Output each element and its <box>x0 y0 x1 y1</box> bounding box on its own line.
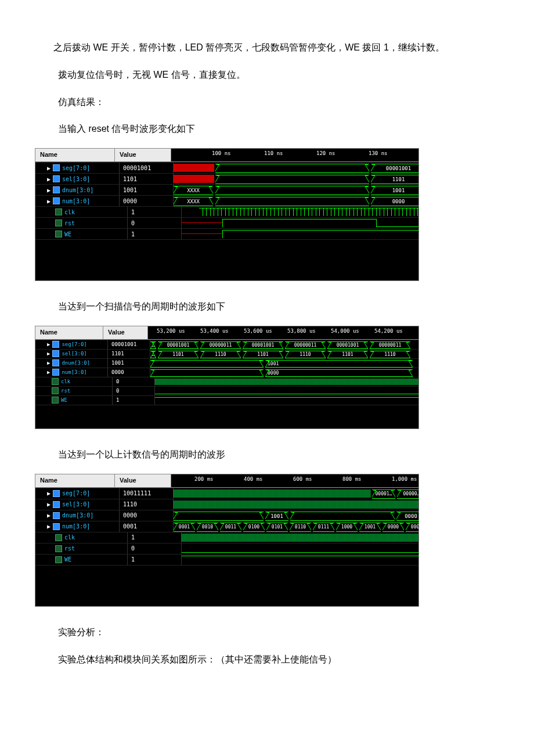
time-ruler-3: 200 ms 400 ms 600 ms 800 ms 1,000 ms <box>171 474 418 487</box>
bus-label: 00000… <box>397 489 418 499</box>
signal-value: 0001 <box>120 521 174 532</box>
signal-row-rst: rst 0 <box>35 543 418 554</box>
tick: 53,800 us <box>287 328 316 334</box>
bus-label: 1001 <box>265 360 413 368</box>
signal-row-dnum: ▶dnum[3:0] 1001 1001 <box>35 358 418 368</box>
wire-icon <box>55 231 62 237</box>
signal-row-we: WE 1 <box>35 228 418 239</box>
bus-label: 00001001 <box>371 164 418 173</box>
signal-row-sel: ▶sel[3:0] 1110 <box>35 499 418 510</box>
waveform-viewer-3: Name Value 200 ms 400 ms 600 ms 800 ms 1… <box>35 474 419 607</box>
signal-row-we: WE 1 <box>35 395 418 405</box>
bus-label: 1101 <box>327 351 368 358</box>
signal-row-sel: ▶sel[3:0] 1101 1101 <box>35 173 418 184</box>
signal-name: clk <box>64 209 75 215</box>
signal-name: seg[7:0] <box>62 165 90 171</box>
tick: 600 ms <box>293 476 312 482</box>
wire-icon <box>55 545 62 552</box>
bus-label: 0111 <box>313 523 334 532</box>
bus-icon <box>52 369 59 376</box>
tick: 100 ns <box>212 150 231 156</box>
signal-name: rst <box>64 545 75 552</box>
signal-value: 10011111 <box>120 488 174 499</box>
bus-label: 1101 <box>158 351 199 358</box>
bus-icon <box>53 197 60 204</box>
bus-icon <box>52 359 59 366</box>
signal-row-clk: clk 1 <box>35 532 418 543</box>
name-header: Name <box>35 149 115 161</box>
bus-icon <box>53 523 60 530</box>
signal-row-sel: ▶sel[3:0] 1101 … 1101 1110 1101 1110 110… <box>35 349 418 358</box>
signal-value: 0000 <box>120 510 174 521</box>
bus-label: 0101 <box>266 523 288 532</box>
bus-icon <box>52 350 59 357</box>
wire-icon <box>55 556 62 563</box>
value-header: Value <box>103 326 148 339</box>
bus-label: 1110 <box>285 351 326 358</box>
signal-row-we: WE 1 <box>35 554 418 565</box>
bus-label: 1110 <box>370 351 410 358</box>
signal-row-clk: clk 0 <box>35 377 418 386</box>
bus-label: 0000 <box>371 197 418 206</box>
signal-row-rst: rst 0 <box>35 217 418 228</box>
bus-label: XXXX <box>174 197 213 206</box>
signal-value: 1110 <box>120 499 174 510</box>
tick: 53,200 us <box>157 328 185 334</box>
paragraph-5: 当达到一个扫描信号的周期时的波形如下 <box>58 298 499 315</box>
bus-label: 0001 <box>406 523 418 532</box>
bus-icon <box>53 175 60 182</box>
bus-icon <box>53 186 60 193</box>
bus-label: 1001 <box>371 186 418 195</box>
value-header: Value <box>115 149 171 161</box>
bus-label: 00000011 <box>200 341 241 349</box>
paragraph-3: 仿真结果： <box>58 94 499 111</box>
signal-value: 1001 <box>108 359 150 368</box>
bus-icon <box>53 164 60 171</box>
signal-value: 00001001 <box>120 163 174 173</box>
bus-label: 1000 <box>336 523 358 532</box>
signal-value: 1 <box>128 229 182 239</box>
signal-name: WE <box>61 397 67 403</box>
bus-label: 00001001 <box>158 341 199 349</box>
bus-label: 0000 <box>383 523 404 532</box>
bus-label: 00001… <box>372 489 395 499</box>
signal-value: 0 <box>113 387 155 395</box>
signal-row-seg: ▶seg[7:0] 00001001 00001001 <box>35 162 418 173</box>
paragraph-4: 当输入 reset 信号时波形变化如下 <box>58 121 499 138</box>
signal-name: num[3:0] <box>62 523 90 530</box>
bus-label: 1001 <box>359 523 381 532</box>
bus-label: XXXX <box>174 186 213 195</box>
signal-row-dnum: ▶dnum[3:0] 0000 1001 0000 <box>35 510 418 521</box>
signal-name: clk <box>64 534 75 541</box>
paragraph-6: 当达到一个以上计数信号的周期时的波形 <box>58 447 499 463</box>
signal-name: clk <box>61 379 70 384</box>
tick: 200 ms <box>194 476 214 482</box>
signal-value: 1001 <box>120 185 174 195</box>
signal-name: WE <box>64 231 71 237</box>
value-header: Value <box>115 474 171 487</box>
wire-icon <box>55 208 62 215</box>
signal-name: sel[3:0] <box>62 501 90 507</box>
signal-name: sel[3:0] <box>62 351 86 357</box>
wire-icon <box>55 534 62 541</box>
bus-label: 00000011 <box>285 341 326 349</box>
signal-row-num: ▶num[3:0] 0001 0001001000110100010101100… <box>35 521 418 532</box>
signal-name: seg[7:0] <box>62 341 86 347</box>
name-header: Name <box>35 326 103 339</box>
bus-label: 0000 <box>396 512 418 521</box>
tick: 53,600 us <box>244 328 272 334</box>
bus-label: 0001 <box>174 523 195 532</box>
tick: 54,000 us <box>331 328 359 334</box>
signal-value: 1 <box>128 555 182 565</box>
bus-icon <box>53 512 60 519</box>
signal-value: 0 <box>113 377 155 386</box>
tick: 120 ns <box>316 150 335 156</box>
bus-label: 1110 <box>200 351 241 358</box>
bus-icon <box>53 501 60 508</box>
signal-name: dnum[3:0] <box>62 512 93 519</box>
signal-name: rst <box>64 220 75 226</box>
waveform-viewer-2: Name Value 53,200 us 53,400 us 53,600 us… <box>35 326 419 429</box>
bus-label: 0100 <box>243 523 265 532</box>
tick: 54,200 us <box>374 328 403 334</box>
tick: 800 ms <box>342 476 362 482</box>
